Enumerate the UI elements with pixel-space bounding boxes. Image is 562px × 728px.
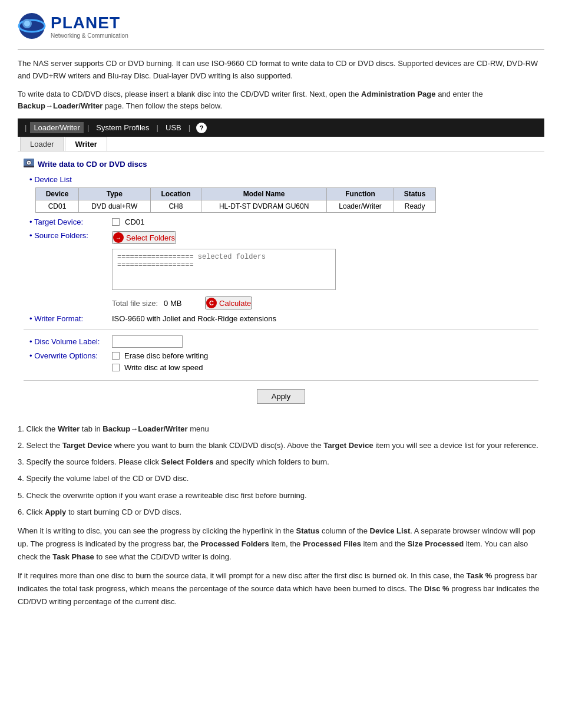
logo-brand: PLANET bbox=[51, 14, 120, 32]
instruction-6: 6. Click Apply to start burning CD or DV… bbox=[18, 506, 544, 519]
svg-point-6 bbox=[28, 162, 30, 164]
section-title: Write data to CD or DVD discs bbox=[24, 159, 538, 169]
select-folders-icon: → bbox=[113, 232, 124, 243]
footer-paragraph-1: When it is writing to disc, you can see … bbox=[18, 525, 544, 564]
svg-point-3 bbox=[24, 21, 30, 27]
instr6-bold1: Apply bbox=[45, 508, 66, 516]
select-folders-button[interactable]: → Select Folders bbox=[112, 231, 176, 244]
intro-p2-suffix: page. Then follow the steps below. bbox=[105, 101, 222, 110]
instr2-bold1: Target Device bbox=[62, 441, 112, 450]
instruction-3: 3. Specify the source folders. Please cl… bbox=[18, 456, 544, 469]
disc-volume-input[interactable] bbox=[112, 335, 183, 348]
device-list-label: Device List bbox=[29, 175, 538, 184]
cell-type: DVD dual+RW bbox=[79, 200, 150, 213]
device-table: Device Type Location Model Name Function… bbox=[35, 187, 436, 213]
disc-volume-label: Disc Volume Label: bbox=[29, 337, 112, 346]
help-icon[interactable]: ? bbox=[196, 123, 207, 133]
cell-location: CH8 bbox=[150, 200, 201, 213]
writer-format-label: Writer Format: bbox=[29, 314, 112, 323]
intro-paragraph-2: To write data to CD/DVD discs, please in… bbox=[18, 88, 544, 113]
instruction-1: 1. Click the Writer tab in Backup→Loader… bbox=[18, 423, 544, 436]
filesize-value: 0 MB bbox=[164, 299, 199, 308]
planet-logo-icon bbox=[18, 12, 46, 40]
apply-button[interactable]: Apply bbox=[257, 389, 306, 404]
intro-paragraph-1: The NAS server supports CD or DVD burnin… bbox=[18, 58, 544, 83]
nav-item-system-profiles[interactable]: System Profiles bbox=[92, 122, 153, 133]
instr2-bold2: Target Device bbox=[323, 441, 373, 450]
logo-text-block: PLANET Networking & Communication bbox=[51, 14, 128, 39]
instructions-section: 1. Click the Writer tab in Backup→Loader… bbox=[18, 423, 544, 608]
target-device-value: CD01 bbox=[112, 218, 144, 226]
select-folders-label: Select Folders bbox=[126, 233, 175, 242]
cell-model: HL-DT-ST DVDRAM GU60N bbox=[201, 200, 326, 213]
nav-pipe-1: | bbox=[25, 123, 27, 132]
instruction-4: 4. Specify the volume label of the CD or… bbox=[18, 472, 544, 485]
nav-pipe-2: | bbox=[87, 123, 89, 132]
instruction-5: 5. Check the overwrite option if you wan… bbox=[18, 489, 544, 502]
col-header-device: Device bbox=[36, 188, 79, 200]
calculate-label: Calculate bbox=[219, 299, 251, 308]
top-divider bbox=[18, 49, 544, 50]
calculate-button[interactable]: C Calculate bbox=[205, 297, 252, 309]
nav-pipe-3: | bbox=[157, 123, 158, 132]
overwrite-label: Overwrite Options: bbox=[29, 351, 112, 360]
logo-tagline: Networking & Communication bbox=[51, 32, 128, 39]
writer-format-row: Writer Format: ISO-9660 with Joliet and … bbox=[29, 314, 538, 323]
overwrite-options: Erase disc before writing Write disc at … bbox=[112, 351, 208, 372]
apply-area: Apply bbox=[24, 389, 538, 404]
overwrite-option-low-speed[interactable]: Write disc at low speed bbox=[112, 363, 208, 372]
nav-item-usb[interactable]: USB bbox=[162, 122, 185, 133]
nav-bar: | Loader/Writer | System Profiles | USB … bbox=[18, 118, 544, 137]
tab-loader[interactable]: Loader bbox=[20, 137, 64, 151]
source-folders-row: Source Folders: → Select Folders bbox=[29, 231, 538, 244]
selected-folders-textarea[interactable] bbox=[112, 249, 336, 290]
svg-point-0 bbox=[19, 13, 45, 39]
section-divider-1 bbox=[24, 329, 538, 330]
col-header-function: Function bbox=[326, 188, 394, 200]
instruction-2: 2. Select the Target Device where you wa… bbox=[18, 439, 544, 452]
low-speed-label: Write disc at low speed bbox=[124, 363, 203, 372]
erase-label: Erase disc before writing bbox=[124, 351, 208, 360]
target-device-checkbox[interactable] bbox=[112, 218, 120, 226]
col-header-type: Type bbox=[79, 188, 150, 200]
filesize-row: Total file size: 0 MB C Calculate bbox=[112, 297, 538, 309]
writer-format-value: ISO-9660 with Joliet and Rock-Ridge exte… bbox=[112, 314, 276, 323]
disc-volume-row: Disc Volume Label: bbox=[29, 335, 538, 348]
target-device-cd01: CD01 bbox=[125, 218, 144, 226]
svg-rect-7 bbox=[24, 166, 34, 167]
source-folders-label: Source Folders: bbox=[29, 231, 112, 240]
target-device-row: Target Device: CD01 bbox=[29, 218, 538, 226]
col-header-model: Model Name bbox=[201, 188, 326, 200]
table-row: CD01 DVD dual+RW CH8 HL-DT-ST DVDRAM GU6… bbox=[36, 200, 436, 213]
col-header-location: Location bbox=[150, 188, 201, 200]
instr3-bold1: Select Folders bbox=[161, 457, 214, 466]
tabs-area: Loader Writer bbox=[18, 137, 544, 151]
footer-paragraph-2: If it requires more than one disc to bur… bbox=[18, 569, 544, 608]
erase-checkbox[interactable] bbox=[112, 352, 120, 360]
instr1-bold2: Backup→Loader/Writer bbox=[103, 424, 187, 433]
logo-area: PLANET Networking & Communication bbox=[18, 12, 544, 40]
low-speed-checkbox[interactable] bbox=[112, 364, 120, 371]
cell-function: Loader/Writer bbox=[326, 200, 394, 213]
intro-admin-bold: Administration Page bbox=[361, 90, 435, 98]
disc-write-icon bbox=[24, 159, 34, 169]
section-divider-2 bbox=[24, 380, 538, 381]
col-header-status: Status bbox=[394, 188, 436, 200]
cell-device: CD01 bbox=[36, 200, 79, 213]
intro-p2-mid: and enter the bbox=[438, 90, 483, 98]
calculate-icon: C bbox=[206, 298, 217, 308]
overwrite-row: Overwrite Options: Erase disc before wri… bbox=[29, 351, 538, 372]
nav-item-loader-writer[interactable]: Loader/Writer bbox=[30, 122, 84, 133]
tab-writer[interactable]: Writer bbox=[65, 137, 107, 151]
section-title-text: Write data to CD or DVD discs bbox=[38, 160, 147, 169]
instr1-bold1: Writer bbox=[58, 424, 80, 433]
overwrite-option-erase[interactable]: Erase disc before writing bbox=[112, 351, 208, 360]
writer-content: Write data to CD or DVD discs Device Lis… bbox=[18, 151, 544, 423]
nav-pipe-4: | bbox=[189, 123, 190, 132]
target-device-label: Target Device: bbox=[29, 218, 112, 226]
intro-backup-bold: Backup→Loader/Writer bbox=[18, 101, 103, 110]
filesize-label: Total file size: bbox=[112, 299, 158, 308]
source-folders-value: → Select Folders bbox=[112, 231, 176, 244]
intro-p2-prefix: To write data to CD/DVD discs, please in… bbox=[18, 90, 361, 98]
cell-status: Ready bbox=[394, 200, 436, 213]
